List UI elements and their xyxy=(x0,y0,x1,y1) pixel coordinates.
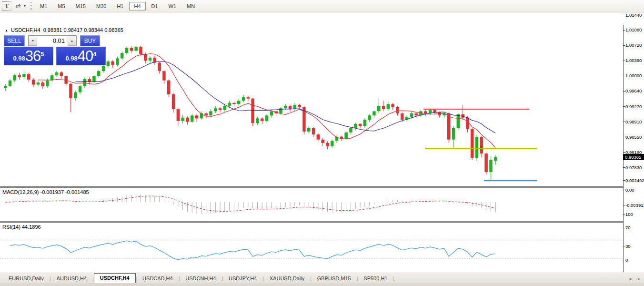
chevron-down-icon[interactable]: ▾ xyxy=(24,4,26,8)
macd-indicator-pane[interactable] xyxy=(0,188,623,222)
timeframe-button-m1[interactable]: M1 xyxy=(35,2,52,10)
bottom-strip xyxy=(0,283,644,286)
buy-price-sup: 4 xyxy=(93,48,96,61)
sell-price-sup: 5 xyxy=(40,48,44,61)
macd-axis-label: 0.002492 xyxy=(625,178,644,183)
price-axis-tick xyxy=(623,15,625,15)
rsi-indicator-pane[interactable] xyxy=(0,223,623,273)
rsi-axis-tick xyxy=(623,260,625,260)
price-axis-tick xyxy=(623,167,625,168)
rsi-axis-label: 30 xyxy=(625,244,631,249)
sell-price-big: 36 xyxy=(25,49,40,63)
timeframe-button-h1[interactable]: H1 xyxy=(112,2,128,10)
timeframe-button-h4[interactable]: H4 xyxy=(129,2,145,10)
timeframe-button-m15[interactable]: M15 xyxy=(71,2,91,10)
one-click-trade-panel: SELL ▼ ▲ BUY 0.98 36 5 0.98 40 4 xyxy=(4,35,106,66)
price-axis-tick xyxy=(623,152,625,153)
price-axis-label: 0.98550 xyxy=(625,134,642,140)
price-axis-tick xyxy=(623,45,625,46)
price-axis-label: 0.99270 xyxy=(625,104,642,109)
pane-splitter[interactable] xyxy=(0,221,644,223)
macd-axis-tick xyxy=(623,190,625,190)
sell-price-prefix: 0.98 xyxy=(13,54,25,63)
rsi-axis-tick xyxy=(623,228,625,228)
chart-tab-xauusd[interactable]: XAUUSD,Daily xyxy=(264,274,310,283)
current-price-tag: 0.98365 xyxy=(623,154,644,160)
price-axis-tick xyxy=(623,106,625,107)
tab-scroll-buttons: ◄ ► xyxy=(628,276,641,281)
volume-input[interactable] xyxy=(37,36,68,46)
price-axis-label: 1.00360 xyxy=(625,58,642,63)
buy-price-big: 40 xyxy=(78,49,93,63)
volume-down-icon[interactable]: ▼ xyxy=(29,36,37,46)
chart-tab-audusd[interactable]: AUDUSD,H4 xyxy=(51,274,93,283)
symbol-period-label: USDCHF,H4 xyxy=(11,27,40,33)
macd-axis-label: -0.003913 xyxy=(625,203,644,208)
rsi-axis-label: 0 xyxy=(625,257,628,263)
macd-axis-tick xyxy=(623,180,625,181)
ohlc-values: 0.98381 0.98417 0.98344 0.98365 xyxy=(43,27,123,33)
scroll-right-icon[interactable]: ► xyxy=(637,276,641,281)
chart-tab-usdchf[interactable]: USDCHF,H4 xyxy=(94,273,136,283)
sell-button[interactable]: SELL xyxy=(4,35,25,46)
timeframe-button-m5[interactable]: M5 xyxy=(53,2,70,10)
toolbar-grip xyxy=(30,2,32,10)
macd-axis-label: 0.00 xyxy=(625,187,634,193)
chart-window: ▲ USDCHF,H4 0.98381 0.98417 0.98344 0.98… xyxy=(0,12,644,286)
price-axis-label: 1.01080 xyxy=(625,27,642,32)
chart-tab-usdjpy[interactable]: USDJPY,H4 xyxy=(223,274,262,283)
rsi-axis-label: 70 xyxy=(625,225,631,230)
rsi-axis-tick xyxy=(623,246,625,246)
chart-header: ▲ USDCHF,H4 0.98381 0.98417 0.98344 0.98… xyxy=(5,27,123,33)
macd-axis-tick xyxy=(623,205,625,205)
timeframe-button-w1[interactable]: W1 xyxy=(164,2,181,10)
collapse-icon[interactable]: ▲ xyxy=(5,29,8,32)
price-axis-tick xyxy=(623,30,625,31)
price-axis-tick xyxy=(623,61,625,61)
chart-tab-sp500[interactable]: SP500,H1 xyxy=(358,274,393,283)
buy-price-box[interactable]: 0.98 40 4 xyxy=(56,47,106,65)
price-axis-label: 1.00000 xyxy=(625,73,642,78)
chart-tab-bar: EURUSD,Daily|AUDUSD,H4|USDCHF,H4|USDCAD,… xyxy=(0,272,644,283)
price-axis-tick xyxy=(623,122,625,122)
price-axis-label: 0.97830 xyxy=(625,165,642,170)
timeframe-strip: M1M5M15M30H1H4D1W1MN xyxy=(35,0,200,12)
pane-splitter[interactable] xyxy=(0,186,644,188)
rsi-axis-tick xyxy=(623,214,625,214)
price-axis-label: 0.98190 xyxy=(625,150,642,155)
rsi-axis-label: 100 xyxy=(625,212,633,217)
tab-separator: | xyxy=(393,276,394,283)
scroll-left-icon[interactable]: ◄ xyxy=(628,276,632,281)
chart-tab-usdcnh[interactable]: USDCNH,H4 xyxy=(180,274,221,283)
price-axis-tick xyxy=(623,91,625,92)
price-axis-tick xyxy=(623,137,625,137)
chart-tab-eurusd[interactable]: EURUSD,Daily xyxy=(3,274,50,283)
price-axis-label: 1.00720 xyxy=(625,42,642,48)
chart-tab-usdcad[interactable]: USDCAD,H4 xyxy=(137,274,179,283)
buy-price-prefix: 0.98 xyxy=(65,54,77,63)
price-axis-tick xyxy=(623,76,625,76)
rsi-label: RSI(14) 44.1896 xyxy=(2,224,41,230)
buy-button[interactable]: BUY xyxy=(80,35,100,46)
top-toolbar: T ⇄ ▾ M1M5M15M30H1H4D1W1MN xyxy=(0,0,644,12)
volume-stepper: ▼ ▲ xyxy=(28,35,77,46)
text-tool-button[interactable]: T xyxy=(2,1,11,11)
timeframe-button-m30[interactable]: M30 xyxy=(91,2,111,10)
indicator-arrows-icon[interactable]: ⇄ xyxy=(13,1,23,11)
macd-label: MACD(12,26,9) -0.001937 -0.001485 xyxy=(2,189,89,195)
price-axis-label: 0.98910 xyxy=(625,119,642,124)
volume-up-icon[interactable]: ▲ xyxy=(68,36,76,46)
timeframe-button-d1[interactable]: D1 xyxy=(147,2,163,10)
mt4-terminal: { "toolbar": { "text_tool_label": "T", "… xyxy=(0,0,644,286)
price-axis-label: 0.99640 xyxy=(625,88,642,93)
sell-price-box[interactable]: 0.98 36 5 xyxy=(4,47,53,65)
chart-tab-gbpusd[interactable]: GBPUSD,M15 xyxy=(312,274,357,283)
price-axis-label: 1.01440 xyxy=(625,12,642,18)
timeframe-button-mn[interactable]: MN xyxy=(182,2,200,10)
